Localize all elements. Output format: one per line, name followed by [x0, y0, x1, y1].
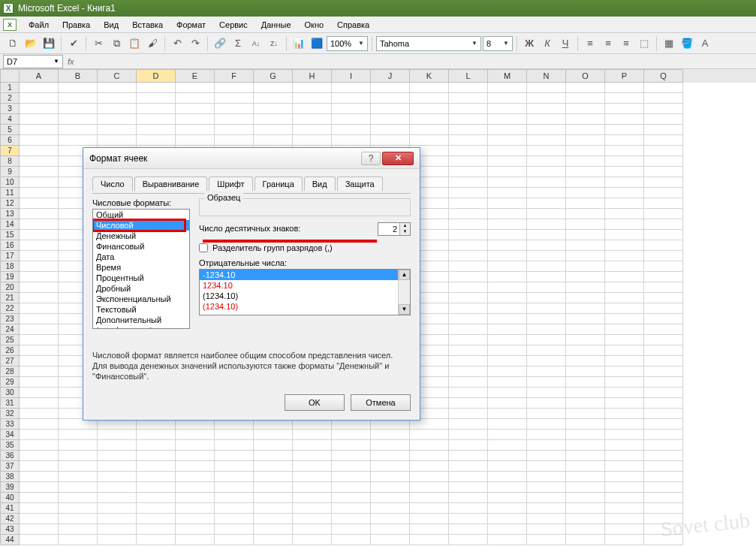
- cell[interactable]: [605, 93, 644, 104]
- list-item[interactable]: Время: [93, 262, 189, 273]
- row-header[interactable]: 37: [0, 461, 20, 472]
- cell[interactable]: [59, 503, 98, 514]
- cell[interactable]: [176, 461, 215, 472]
- cell[interactable]: [410, 135, 449, 146]
- cell[interactable]: [20, 461, 59, 472]
- row-header[interactable]: 40: [0, 493, 20, 503]
- cell[interactable]: [371, 104, 410, 114]
- cell[interactable]: [371, 503, 410, 514]
- cell[interactable]: [488, 493, 527, 503]
- row-header[interactable]: 7: [0, 146, 20, 156]
- cell[interactable]: [488, 251, 527, 261]
- cell[interactable]: [293, 514, 332, 524]
- list-item[interactable]: Процентный: [93, 273, 189, 283]
- cell[interactable]: [293, 472, 332, 482]
- cell[interactable]: [566, 482, 605, 493]
- row-header[interactable]: 14: [0, 219, 20, 230]
- cell[interactable]: [215, 461, 254, 472]
- cell[interactable]: [254, 482, 293, 493]
- column-header[interactable]: B: [59, 69, 98, 83]
- cell[interactable]: [137, 114, 176, 125]
- cell[interactable]: [488, 261, 527, 272]
- cell[interactable]: [566, 293, 605, 303]
- cell[interactable]: [332, 524, 371, 535]
- cell[interactable]: [566, 156, 605, 167]
- cell[interactable]: [449, 335, 488, 345]
- cell[interactable]: [644, 104, 683, 114]
- list-item[interactable]: Дата: [93, 252, 189, 262]
- cell[interactable]: [566, 345, 605, 356]
- cell[interactable]: [332, 451, 371, 461]
- tab-выравнивание[interactable]: Выравнивание: [134, 176, 208, 191]
- italic-icon[interactable]: К: [539, 35, 556, 52]
- cell[interactable]: [332, 125, 371, 135]
- cell[interactable]: [20, 482, 59, 493]
- cell[interactable]: [566, 198, 605, 209]
- cell[interactable]: [566, 461, 605, 472]
- cell[interactable]: [332, 493, 371, 503]
- cell[interactable]: [527, 251, 566, 261]
- row-header[interactable]: 22: [0, 303, 20, 314]
- cell[interactable]: [527, 209, 566, 219]
- cell[interactable]: [59, 461, 98, 472]
- cell[interactable]: [449, 314, 488, 324]
- cell[interactable]: [449, 261, 488, 272]
- cell[interactable]: [20, 409, 59, 419]
- cell[interactable]: [254, 451, 293, 461]
- cell[interactable]: [410, 503, 449, 514]
- cell[interactable]: [59, 535, 98, 545]
- cell[interactable]: [488, 335, 527, 345]
- row-header[interactable]: 25: [0, 335, 20, 345]
- cell[interactable]: [605, 83, 644, 93]
- cell[interactable]: [566, 251, 605, 261]
- cell[interactable]: [20, 451, 59, 461]
- cell[interactable]: [605, 135, 644, 146]
- cell[interactable]: [449, 209, 488, 219]
- cell[interactable]: [332, 514, 371, 524]
- cell[interactable]: [644, 356, 683, 367]
- list-item[interactable]: 1234.10: [200, 280, 410, 291]
- cell[interactable]: [20, 125, 59, 135]
- column-header[interactable]: D: [137, 69, 176, 83]
- row-header[interactable]: 32: [0, 409, 20, 419]
- cell[interactable]: [20, 419, 59, 430]
- cell[interactable]: [644, 472, 683, 482]
- cell[interactable]: [371, 83, 410, 93]
- help-button[interactable]: ?: [361, 152, 381, 165]
- cell[interactable]: [488, 114, 527, 125]
- cell[interactable]: [605, 230, 644, 240]
- scroll-up-icon[interactable]: ▲: [399, 270, 410, 280]
- cell[interactable]: [644, 345, 683, 356]
- cell[interactable]: [488, 398, 527, 409]
- cell[interactable]: [527, 230, 566, 240]
- cell[interactable]: [527, 93, 566, 104]
- spin-down-icon[interactable]: ▼: [399, 229, 410, 235]
- separator-input[interactable]: [199, 243, 208, 252]
- hyperlink-icon[interactable]: 🔗: [212, 35, 228, 52]
- cell[interactable]: [605, 314, 644, 324]
- cell[interactable]: [20, 356, 59, 367]
- decimals-spinner[interactable]: ▲ ▼: [378, 222, 411, 236]
- cell[interactable]: [449, 514, 488, 524]
- cell[interactable]: [644, 272, 683, 282]
- cell[interactable]: [20, 514, 59, 524]
- merge-icon[interactable]: ⬚: [636, 35, 652, 52]
- cell[interactable]: [605, 514, 644, 524]
- cell[interactable]: [449, 356, 488, 367]
- cell[interactable]: [488, 135, 527, 146]
- spellcheck-icon[interactable]: ✔: [65, 35, 82, 52]
- decimals-input[interactable]: [378, 223, 399, 235]
- zoom-combo[interactable]: 100% ▼: [327, 36, 368, 51]
- cell[interactable]: [566, 177, 605, 188]
- cell[interactable]: [527, 104, 566, 114]
- cell[interactable]: [566, 335, 605, 345]
- cell[interactable]: [449, 324, 488, 335]
- cell[interactable]: [644, 135, 683, 146]
- cell[interactable]: [566, 440, 605, 451]
- cell[interactable]: [254, 135, 293, 146]
- cell[interactable]: [176, 482, 215, 493]
- cell[interactable]: [176, 472, 215, 482]
- row-header[interactable]: 34: [0, 430, 20, 440]
- list-item[interactable]: Текстовый: [93, 304, 189, 315]
- cell[interactable]: [59, 440, 98, 451]
